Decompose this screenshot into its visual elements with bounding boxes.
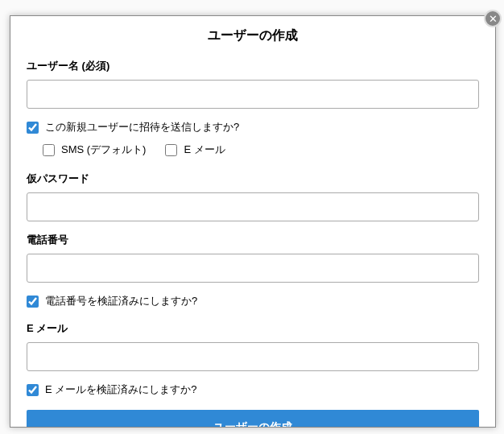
sms-checkbox[interactable]	[43, 144, 55, 156]
modal-body: ユーザー名 (必須) この新規ユーザーに招待を送信しますか? SMS (デフォル…	[10, 59, 495, 427]
email-verified-checkbox[interactable]	[27, 384, 39, 396]
phone-verified-row: 電話番号を検証済みにしますか?	[27, 294, 479, 308]
email-option-label[interactable]: E メール	[184, 143, 225, 157]
send-invite-label[interactable]: この新規ユーザーに招待を送信しますか?	[45, 120, 239, 134]
modal-title: ユーザーの作成	[10, 16, 495, 59]
close-icon: ✕	[489, 13, 498, 25]
phone-label: 電話番号	[27, 233, 479, 247]
modal-overlay: ✕ ユーザーの作成 ユーザー名 (必須) この新規ユーザーに招待を送信しますか?…	[0, 0, 504, 434]
email-option: E メール	[165, 143, 225, 157]
email-verified-label[interactable]: E メールを検証済みにしますか?	[45, 382, 197, 397]
phone-input[interactable]	[27, 254, 479, 283]
email-input[interactable]	[27, 342, 479, 371]
create-user-modal: ✕ ユーザーの作成 ユーザー名 (必須) この新規ユーザーに招待を送信しますか?…	[10, 15, 496, 428]
temp-password-input[interactable]	[27, 192, 479, 221]
send-invite-row: この新規ユーザーに招待を送信しますか?	[27, 120, 479, 134]
username-input[interactable]	[27, 80, 479, 109]
sms-label[interactable]: SMS (デフォルト)	[61, 143, 146, 157]
email-verified-row: E メールを検証済みにしますか?	[27, 382, 479, 397]
close-button[interactable]: ✕	[484, 10, 502, 27]
create-user-button[interactable]: ユーザーの作成	[27, 410, 479, 427]
sms-option: SMS (デフォルト)	[43, 143, 146, 157]
email-option-checkbox[interactable]	[165, 144, 177, 156]
phone-verified-checkbox[interactable]	[27, 296, 39, 308]
username-label: ユーザー名 (必須)	[27, 59, 479, 73]
send-invite-checkbox[interactable]	[27, 122, 39, 134]
phone-verified-label[interactable]: 電話番号を検証済みにしますか?	[45, 294, 197, 308]
temp-password-label: 仮パスワード	[27, 172, 479, 186]
invite-method-row: SMS (デフォルト) E メール	[27, 143, 479, 157]
email-label: E メール	[27, 321, 479, 336]
